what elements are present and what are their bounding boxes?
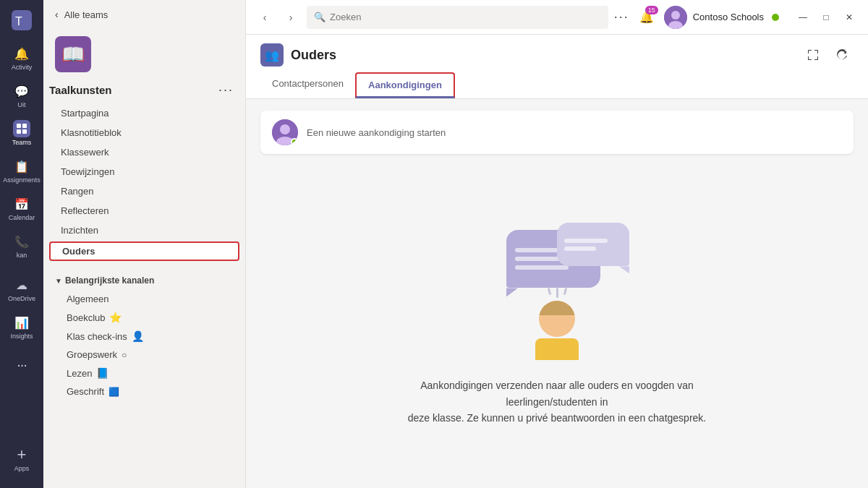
channel-icon-symbol: 👥: [265, 48, 279, 62]
chat-bubble-secondary: [557, 223, 629, 266]
minimize-button[interactable]: —: [793, 7, 813, 27]
nav-ouders[interactable]: Ouders: [49, 241, 239, 261]
svg-point-7: [671, 11, 680, 20]
nav-klasnotitieblok[interactable]: Klasnotitieblok: [43, 123, 245, 142]
maximize-button[interactable]: □: [816, 7, 836, 27]
nav-reflecteren[interactable]: Reflecteren: [43, 201, 245, 221]
nav-rangen[interactable]: Rangen: [43, 181, 245, 201]
team-item: 📖: [43, 29, 245, 80]
geschrift-emoji: 🟦: [109, 387, 119, 397]
svg-rect-5: [22, 129, 27, 134]
svg-rect-3: [22, 124, 27, 128]
team-more-button[interactable]: ···: [218, 82, 234, 98]
top-bar-right: ··· 🔔 15 Contoso Schools: [614, 6, 859, 29]
window-controls: — □ ✕: [793, 7, 859, 27]
groepswerk-emoji: ○: [122, 350, 127, 360]
notification-badge: 15: [645, 6, 658, 14]
channel-title: Ouders: [291, 48, 336, 63]
sidebar-item-teams[interactable]: Teams: [4, 116, 39, 150]
person-head: [539, 301, 575, 337]
lezen-emoji: 📘: [96, 367, 109, 379]
status-indicator: [770, 12, 781, 23]
nav-inzichten[interactable]: Inzichten: [43, 221, 245, 240]
channel-label-geschrift: Geschrift: [67, 386, 104, 397]
svg-rect-4: [17, 129, 21, 134]
team-avatar: 📖: [55, 36, 91, 72]
back-to-teams[interactable]: ‹ Alle teams: [43, 0, 245, 29]
notification-icon-wrapper[interactable]: 🔔 15: [635, 6, 658, 29]
teams-nav-panel: ‹ Alle teams 📖 Taalkunsten ··· Startpagi…: [43, 0, 246, 488]
user-avatar-small: [272, 119, 298, 145]
channel-label-algemeen: Algemeen: [67, 294, 109, 304]
announcements-area: Een nieuwe aankondiging starten: [246, 99, 868, 488]
nav-forward-button[interactable]: ›: [281, 7, 301, 27]
app-sidebar: T 🔔 Activity 💬 Uit Teams: [0, 0, 43, 488]
channel-header: 👥 Ouders: [246, 35, 868, 99]
back-arrow-icon: ‹: [55, 9, 59, 20]
channel-item-klascheckin[interactable]: Klas check-ins 👤: [43, 327, 245, 346]
person-figure: [535, 288, 579, 360]
nav-back-button[interactable]: ‹: [255, 7, 275, 27]
all-teams-label: Alle teams: [64, 9, 109, 20]
sidebar-item-calendar[interactable]: 📅 Calendar: [4, 191, 39, 226]
online-status-dot: [291, 138, 298, 145]
channel-tabs: Contactpersonen Aankondigingen: [260, 72, 854, 98]
sidebar-item-apps[interactable]: + Apps: [4, 442, 39, 476]
channel-item-boekclub[interactable]: Boekclub ⭐: [43, 308, 245, 327]
person-body: [535, 338, 579, 360]
channel-icon: 👥: [260, 43, 284, 67]
nav-klassewerk[interactable]: Klassewerk: [43, 142, 245, 162]
nav-startpagina[interactable]: Startpagina: [43, 103, 245, 123]
user-avatar[interactable]: [664, 6, 687, 29]
main-content: ‹ › 🔍 ··· 🔔 15 Co: [246, 0, 868, 488]
empty-state-illustration: [477, 215, 637, 360]
svg-point-11: [280, 124, 290, 134]
close-button[interactable]: ✕: [839, 7, 859, 27]
svg-point-9: [771, 13, 780, 22]
channel-item-algemeen[interactable]: Algemeen: [43, 290, 245, 308]
channel-item-geschrift[interactable]: Geschrift 🟦: [43, 382, 245, 401]
channel-item-groepswerk[interactable]: Groepswerk ○: [43, 346, 245, 364]
tab-aankondigingen[interactable]: Aankondigingen: [355, 72, 455, 98]
channel-label-lezen: Lezen: [67, 368, 92, 379]
content-area: 👥 Ouders: [246, 35, 868, 488]
sidebar-item-onedrive[interactable]: ☁ OneDrive: [4, 272, 39, 307]
new-announcement-placeholder: Een nieuwe aankondiging starten: [307, 127, 446, 138]
nav-menu-items: Startpagina Klasnotitieblok Klassewerk T…: [43, 100, 245, 265]
channels-header[interactable]: ▼ Belangrijkste kanalen: [43, 271, 245, 290]
channel-label-boekclub: Boekclub: [67, 312, 105, 323]
search-input[interactable]: [330, 12, 601, 22]
sidebar-item-more[interactable]: ···: [4, 347, 39, 382]
search-icon: 🔍: [314, 12, 326, 22]
empty-state-description: Aankondigingen verzenden naar alle ouder…: [376, 377, 738, 426]
boekclub-emoji: ⭐: [109, 312, 122, 323]
team-header-row: Taalkunsten ···: [43, 80, 245, 100]
sidebar-item-insights[interactable]: 📊 Insights: [4, 309, 39, 344]
search-bar[interactable]: 🔍: [307, 6, 608, 29]
channel-item-lezen[interactable]: Lezen 📘: [43, 364, 245, 382]
new-announcement-bar[interactable]: Een nieuwe aankondiging starten: [260, 111, 854, 154]
nav-toewijzingen[interactable]: Toewijzingen: [43, 162, 245, 181]
channel-label-groepswerk: Groepswerk: [67, 349, 117, 360]
channel-title-row: 👥 Ouders: [260, 43, 854, 67]
empty-state: Aankondigingen verzenden naar alle ouder…: [260, 166, 854, 476]
empty-state-text-content: Aankondigingen verzenden naar alle ouder…: [376, 377, 738, 426]
user-name[interactable]: Contoso Schools: [693, 12, 764, 22]
sidebar-item-assignments[interactable]: 📋 Assignments: [4, 153, 39, 188]
tab-contactpersonen[interactable]: Contactpersonen: [260, 72, 355, 98]
channels-section: ▼ Belangrijkste kanalen Algemeen Boekclu…: [43, 265, 245, 406]
refresh-button[interactable]: [830, 43, 854, 67]
top-bar: ‹ › 🔍 ··· 🔔 15 Co: [246, 0, 868, 35]
channel-label-klascheckin: Klas check-ins: [67, 331, 127, 342]
klascheckin-emoji: 👤: [132, 330, 144, 342]
expand-button[interactable]: [801, 43, 825, 67]
svg-text:T: T: [15, 15, 22, 27]
svg-rect-2: [17, 124, 21, 128]
channel-actions: [801, 43, 854, 67]
more-options-button[interactable]: ···: [614, 9, 629, 25]
team-name: Taalkunsten: [49, 84, 111, 96]
sidebar-item-activity[interactable]: 🔔 Activity: [4, 40, 39, 75]
sidebar-item-chat[interactable]: 💬 Uit: [4, 78, 39, 113]
sidebar-item-calls[interactable]: 📞 kan: [4, 228, 39, 263]
